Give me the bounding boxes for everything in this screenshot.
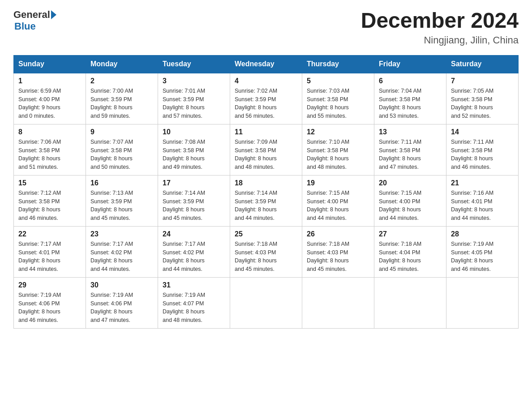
calendar-week-row: 29 Sunrise: 7:19 AMSunset: 4:06 PMDaylig… bbox=[14, 277, 519, 328]
day-number: 10 bbox=[163, 128, 225, 136]
day-number: 20 bbox=[379, 179, 442, 187]
day-number: 24 bbox=[163, 230, 225, 238]
day-number: 2 bbox=[90, 77, 153, 85]
day-info: Sunrise: 7:19 AMSunset: 4:07 PMDaylight:… bbox=[163, 292, 205, 323]
table-row bbox=[446, 277, 519, 328]
day-number: 4 bbox=[235, 77, 297, 85]
col-saturday: Saturday bbox=[446, 55, 519, 73]
table-row: 28 Sunrise: 7:19 AMSunset: 4:05 PMDaylig… bbox=[446, 226, 519, 277]
day-info: Sunrise: 7:14 AMSunset: 3:59 PMDaylight:… bbox=[163, 190, 205, 221]
day-number: 12 bbox=[307, 128, 369, 136]
calendar-week-row: 22 Sunrise: 7:17 AMSunset: 4:01 PMDaylig… bbox=[14, 226, 519, 277]
day-info: Sunrise: 7:03 AMSunset: 3:58 PMDaylight:… bbox=[307, 88, 349, 119]
table-row: 18 Sunrise: 7:14 AMSunset: 3:59 PMDaylig… bbox=[230, 175, 302, 226]
day-number: 7 bbox=[451, 77, 514, 85]
col-tuesday: Tuesday bbox=[158, 55, 230, 73]
day-info: Sunrise: 6:59 AMSunset: 4:00 PMDaylight:… bbox=[18, 88, 61, 119]
day-info: Sunrise: 7:18 AMSunset: 4:04 PMDaylight:… bbox=[379, 241, 421, 272]
table-row: 1 Sunrise: 6:59 AMSunset: 4:00 PMDayligh… bbox=[14, 73, 86, 124]
table-row: 2 Sunrise: 7:00 AMSunset: 3:59 PMDayligh… bbox=[86, 73, 158, 124]
day-number: 26 bbox=[307, 230, 369, 238]
table-row: 24 Sunrise: 7:17 AMSunset: 4:02 PMDaylig… bbox=[158, 226, 230, 277]
col-wednesday: Wednesday bbox=[230, 55, 302, 73]
day-info: Sunrise: 7:14 AMSunset: 3:59 PMDaylight:… bbox=[235, 190, 277, 221]
logo-general-text: General bbox=[13, 9, 50, 21]
day-info: Sunrise: 7:17 AMSunset: 4:02 PMDaylight:… bbox=[90, 241, 133, 272]
day-number: 17 bbox=[163, 179, 225, 187]
table-row: 27 Sunrise: 7:18 AMSunset: 4:04 PMDaylig… bbox=[374, 226, 446, 277]
table-row bbox=[230, 277, 302, 328]
day-info: Sunrise: 7:00 AMSunset: 3:59 PMDaylight:… bbox=[90, 88, 133, 119]
table-row: 17 Sunrise: 7:14 AMSunset: 3:59 PMDaylig… bbox=[158, 175, 230, 226]
day-info: Sunrise: 7:16 AMSunset: 4:01 PMDaylight:… bbox=[451, 190, 493, 221]
table-row: 19 Sunrise: 7:15 AMSunset: 4:00 PMDaylig… bbox=[302, 175, 374, 226]
table-row: 25 Sunrise: 7:18 AMSunset: 4:03 PMDaylig… bbox=[230, 226, 302, 277]
day-number: 31 bbox=[163, 281, 225, 289]
day-number: 16 bbox=[90, 179, 153, 187]
day-number: 18 bbox=[235, 179, 297, 187]
day-number: 6 bbox=[379, 77, 442, 85]
table-row: 13 Sunrise: 7:11 AMSunset: 3:58 PMDaylig… bbox=[374, 124, 446, 175]
month-year-title: December 2024 bbox=[361, 9, 519, 33]
table-row: 29 Sunrise: 7:19 AMSunset: 4:06 PMDaylig… bbox=[14, 277, 86, 328]
table-row: 9 Sunrise: 7:07 AMSunset: 3:58 PMDayligh… bbox=[86, 124, 158, 175]
table-row: 7 Sunrise: 7:05 AMSunset: 3:58 PMDayligh… bbox=[446, 73, 519, 124]
day-number: 15 bbox=[18, 179, 81, 187]
col-friday: Friday bbox=[374, 55, 446, 73]
table-row: 15 Sunrise: 7:12 AMSunset: 3:58 PMDaylig… bbox=[14, 175, 86, 226]
day-info: Sunrise: 7:17 AMSunset: 4:02 PMDaylight:… bbox=[163, 241, 205, 272]
table-row: 10 Sunrise: 7:08 AMSunset: 3:58 PMDaylig… bbox=[158, 124, 230, 175]
page-header: General Blue December 2024 Ningjiang, Ji… bbox=[13, 9, 519, 46]
day-info: Sunrise: 7:07 AMSunset: 3:58 PMDaylight:… bbox=[90, 139, 133, 170]
day-number: 8 bbox=[18, 128, 81, 136]
table-row: 23 Sunrise: 7:17 AMSunset: 4:02 PMDaylig… bbox=[86, 226, 158, 277]
day-info: Sunrise: 7:10 AMSunset: 3:58 PMDaylight:… bbox=[307, 139, 349, 170]
day-info: Sunrise: 7:05 AMSunset: 3:58 PMDaylight:… bbox=[451, 88, 493, 119]
day-number: 30 bbox=[90, 281, 153, 289]
day-number: 21 bbox=[451, 179, 514, 187]
day-info: Sunrise: 7:02 AMSunset: 3:59 PMDaylight:… bbox=[235, 88, 277, 119]
day-number: 23 bbox=[90, 230, 153, 238]
col-monday: Monday bbox=[86, 55, 158, 73]
calendar-week-row: 1 Sunrise: 6:59 AMSunset: 4:00 PMDayligh… bbox=[14, 73, 519, 124]
table-row bbox=[302, 277, 374, 328]
day-number: 1 bbox=[18, 77, 81, 85]
day-number: 13 bbox=[379, 128, 442, 136]
day-number: 11 bbox=[235, 128, 297, 136]
day-number: 5 bbox=[307, 77, 369, 85]
day-info: Sunrise: 7:06 AMSunset: 3:58 PMDaylight:… bbox=[18, 139, 61, 170]
day-info: Sunrise: 7:18 AMSunset: 4:03 PMDaylight:… bbox=[235, 241, 277, 272]
day-info: Sunrise: 7:09 AMSunset: 3:58 PMDaylight:… bbox=[235, 139, 277, 170]
table-row: 22 Sunrise: 7:17 AMSunset: 4:01 PMDaylig… bbox=[14, 226, 86, 277]
table-row: 11 Sunrise: 7:09 AMSunset: 3:58 PMDaylig… bbox=[230, 124, 302, 175]
day-info: Sunrise: 7:04 AMSunset: 3:58 PMDaylight:… bbox=[379, 88, 421, 119]
table-row: 3 Sunrise: 7:01 AMSunset: 3:59 PMDayligh… bbox=[158, 73, 230, 124]
day-info: Sunrise: 7:17 AMSunset: 4:01 PMDaylight:… bbox=[18, 241, 61, 272]
day-number: 28 bbox=[451, 230, 514, 238]
day-number: 27 bbox=[379, 230, 442, 238]
day-info: Sunrise: 7:19 AMSunset: 4:05 PMDaylight:… bbox=[451, 241, 493, 272]
table-row bbox=[374, 277, 446, 328]
logo-arrow-icon bbox=[51, 10, 56, 19]
day-info: Sunrise: 7:19 AMSunset: 4:06 PMDaylight:… bbox=[18, 292, 61, 323]
day-number: 19 bbox=[307, 179, 369, 187]
day-info: Sunrise: 7:11 AMSunset: 3:58 PMDaylight:… bbox=[451, 139, 493, 170]
table-row: 31 Sunrise: 7:19 AMSunset: 4:07 PMDaylig… bbox=[158, 277, 230, 328]
table-row: 5 Sunrise: 7:03 AMSunset: 3:58 PMDayligh… bbox=[302, 73, 374, 124]
day-info: Sunrise: 7:01 AMSunset: 3:59 PMDaylight:… bbox=[163, 88, 205, 119]
table-row: 16 Sunrise: 7:13 AMSunset: 3:59 PMDaylig… bbox=[86, 175, 158, 226]
title-block: December 2024 Ningjiang, Jilin, China bbox=[361, 9, 519, 46]
table-row: 8 Sunrise: 7:06 AMSunset: 3:58 PMDayligh… bbox=[14, 124, 86, 175]
logo-blue-text: Blue bbox=[13, 21, 36, 32]
day-info: Sunrise: 7:15 AMSunset: 4:00 PMDaylight:… bbox=[307, 190, 349, 221]
day-info: Sunrise: 7:11 AMSunset: 3:58 PMDaylight:… bbox=[379, 139, 421, 170]
day-info: Sunrise: 7:19 AMSunset: 4:06 PMDaylight:… bbox=[90, 292, 133, 323]
table-row: 6 Sunrise: 7:04 AMSunset: 3:58 PMDayligh… bbox=[374, 73, 446, 124]
table-row: 26 Sunrise: 7:18 AMSunset: 4:03 PMDaylig… bbox=[302, 226, 374, 277]
location-subtitle: Ningjiang, Jilin, China bbox=[361, 34, 519, 46]
day-info: Sunrise: 7:08 AMSunset: 3:58 PMDaylight:… bbox=[163, 139, 205, 170]
day-info: Sunrise: 7:18 AMSunset: 4:03 PMDaylight:… bbox=[307, 241, 349, 272]
table-row: 12 Sunrise: 7:10 AMSunset: 3:58 PMDaylig… bbox=[302, 124, 374, 175]
table-row: 14 Sunrise: 7:11 AMSunset: 3:58 PMDaylig… bbox=[446, 124, 519, 175]
day-info: Sunrise: 7:12 AMSunset: 3:58 PMDaylight:… bbox=[18, 190, 61, 221]
